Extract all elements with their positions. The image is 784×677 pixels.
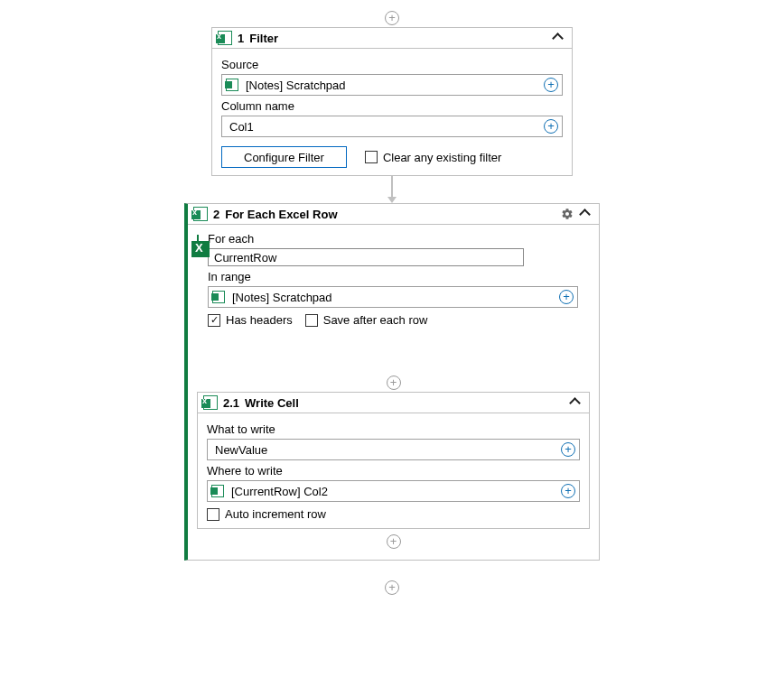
activity-filter[interactable]: 1 Filter Source [Notes] Scratchpad Colum… [211,27,573,176]
add-activity-bottom[interactable] [385,580,399,595]
filter-source-label: Source [221,58,563,71]
add-activity-top[interactable] [385,11,399,25]
writecell-title: Write Cell [245,396,569,410]
auto-increment-box[interactable] [207,508,219,521]
excel-range-icon [211,485,224,497]
excel-app-icon [197,235,199,250]
excel-icon [218,31,232,45]
writecell-where-expand[interactable] [561,484,575,498]
writecell-step-number: 2.1 [223,396,239,410]
gear-icon[interactable] [561,208,574,220]
foreach-range-value: [Notes] Scratchpad [229,291,559,304]
auto-increment-label: Auto increment row [225,507,326,521]
clear-filter-checkbox[interactable]: Clear any existing filter [365,151,502,164]
excel-icon [193,207,208,221]
has-headers-box[interactable] [208,314,220,327]
save-after-row-box[interactable] [305,314,318,327]
connector-arrow-icon [387,197,397,203]
foreach-variable-input[interactable]: CurrentRow [208,248,524,266]
foreach-header[interactable]: 2 For Each Excel Row [188,204,599,225]
collapse-icon[interactable] [569,396,582,409]
filter-column-value: Col1 [226,120,544,134]
save-after-row-label: Save after each row [323,313,428,327]
filter-column-label: Column name [221,99,563,113]
filter-column-input[interactable]: Col1 [221,116,563,137]
filter-source-value: [Notes] Scratchpad [242,79,544,92]
writecell-what-value: NewValue [211,443,561,457]
excel-range-icon [226,79,238,91]
foreach-for-each-label: For each [208,232,590,246]
connector-line [391,176,393,197]
writecell-where-value: [CurrentRow] Col2 [228,485,561,498]
activity-write-cell[interactable]: 2.1 Write Cell What to write NewValue Wh… [197,392,590,529]
excel-range-icon [212,291,225,303]
filter-source-expand[interactable] [544,78,558,92]
filter-source-input[interactable]: [Notes] Scratchpad [221,74,563,96]
collapse-icon[interactable] [552,32,565,44]
collapse-icon[interactable] [579,208,592,220]
auto-increment-checkbox[interactable]: Auto increment row [207,507,326,521]
activity-filter-header[interactable]: 1 Filter [212,28,572,49]
has-headers-checkbox[interactable]: Has headers [208,313,293,327]
writecell-what-expand[interactable] [561,442,575,457]
excel-icon [203,395,218,410]
filter-column-expand[interactable] [544,119,558,134]
writecell-what-label: What to write [207,422,580,436]
add-activity-before-writecell[interactable] [387,376,401,390]
clear-filter-label: Clear any existing filter [383,151,502,164]
foreach-range-input[interactable]: [Notes] Scratchpad [208,286,578,308]
writecell-what-input[interactable]: NewValue [207,439,580,460]
foreach-title: For Each Excel Row [225,208,561,221]
writecell-where-input[interactable]: [CurrentRow] Col2 [207,480,580,502]
filter-title: Filter [249,32,552,45]
save-after-row-checkbox[interactable]: Save after each row [305,313,428,327]
foreach-range-expand[interactable] [559,290,574,304]
clear-filter-checkbox-box[interactable] [365,151,378,163]
add-activity-after-writecell[interactable] [387,534,401,549]
foreach-step-number: 2 [213,208,219,221]
writecell-where-label: Where to write [207,464,580,478]
configure-filter-button[interactable]: Configure Filter [221,146,347,168]
foreach-range-label: In range [208,270,590,283]
activity-for-each-excel-row[interactable]: 2 For Each Excel Row For each CurrentRow… [184,203,600,561]
foreach-variable-value: CurrentRow [214,251,276,264]
filter-step-number: 1 [238,32,244,45]
has-headers-label: Has headers [226,313,293,327]
writecell-header[interactable]: 2.1 Write Cell [198,393,589,413]
